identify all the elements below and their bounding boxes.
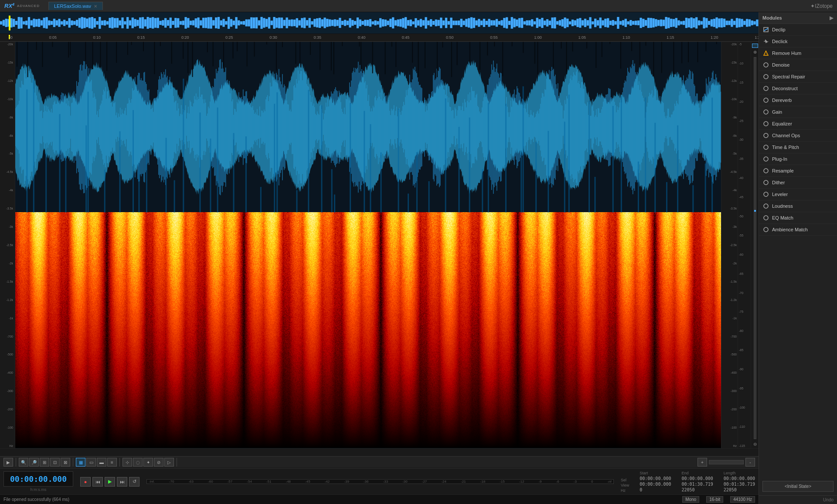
module-item-deconstruct[interactable]: Deconstruct <box>759 83 837 95</box>
level-label: -nf <box>607 480 611 484</box>
waveform-overview[interactable] <box>0 12 759 34</box>
left-db-label: -100 <box>0 426 14 429</box>
level-label: -15 <box>500 480 505 484</box>
prev-btn[interactable]: ⏮ <box>92 477 103 487</box>
module-icon-dereverb <box>762 97 769 104</box>
module-item-dither[interactable]: Dither <box>759 177 837 189</box>
module-item-denoise[interactable]: Denoise <box>759 59 837 71</box>
freq-label: -4.5k <box>722 170 737 173</box>
left-db-label: -12k <box>0 79 14 82</box>
sel-label: Sel <box>621 478 629 482</box>
module-item-loudness[interactable]: Loudness <box>759 200 837 212</box>
module-label-ambience-match: Ambience Match <box>772 227 808 232</box>
module-item-declick[interactable]: Declick <box>759 36 837 47</box>
toolbar-zoom-all-btn[interactable]: ⊠ <box>61 458 70 467</box>
toolbar-zoom-out-btn[interactable]: 🔎 <box>29 458 39 467</box>
toolbar-waveform-btn[interactable]: ▭ <box>86 458 96 467</box>
zoom-out-icon[interactable]: ⊖ <box>753 442 757 446</box>
toolbar-zoom-sel-btn[interactable]: ⊞ <box>40 458 49 467</box>
toolbar-scrub-btn[interactable]: ▷ <box>164 458 174 467</box>
start-column: Start 00:00:00.000 00:00:00.000 0 <box>640 471 671 493</box>
undo-label[interactable]: Undo <box>823 497 834 502</box>
module-icon-resample <box>762 167 769 174</box>
level-label: -18 <box>480 480 486 484</box>
sel-length-value: 00:00:00.000 <box>724 476 755 481</box>
ruler-mark-14: 1:10 <box>623 35 630 40</box>
module-item-eq-match[interactable]: EQ Match <box>759 212 837 224</box>
toolbar-waveform-spec-btn[interactable]: ▬ <box>97 458 106 467</box>
module-item-spectral-repair[interactable]: Spectral Repair <box>759 71 837 83</box>
db-right-label: -5 <box>739 43 750 46</box>
toolbar-brush-btn[interactable]: ⊘ <box>154 458 163 467</box>
svg-point-6 <box>764 86 768 91</box>
level-label: -30 <box>402 480 408 484</box>
zoom-track[interactable] <box>709 460 744 464</box>
izotope-logo: ✦IZotope <box>810 3 837 9</box>
file-tab[interactable]: LERSaxSolo.wav ✕ <box>48 2 103 10</box>
overview-waveform-canvas <box>0 12 759 34</box>
freq-label: -2.5k <box>722 244 737 247</box>
zoom-slider-track[interactable] <box>754 57 756 439</box>
logo-area: RX4 ADVANCED <box>0 2 44 9</box>
left-db-label: -9k <box>0 116 14 119</box>
module-item-leveler[interactable]: Leveler <box>759 189 837 200</box>
left-db-label: -10k <box>0 98 14 101</box>
module-label-deconstruct: Deconstruct <box>772 86 798 91</box>
record-btn[interactable]: ● <box>80 477 91 487</box>
freq-label: -1.2k <box>722 298 737 301</box>
toolbar-lasso-btn[interactable]: ◌ <box>133 458 143 467</box>
module-item-time-pitch[interactable]: Time & Pitch <box>759 142 837 153</box>
toolbar-zoom-fit-btn[interactable]: ⊡ <box>50 458 60 467</box>
toolbar-channel-btn[interactable]: ≡ <box>107 458 117 467</box>
module-label-declip: Declip <box>772 27 786 32</box>
left-db-label: -4.5k <box>0 170 14 173</box>
module-icon-equalizer <box>762 120 769 127</box>
freq-label: -100 <box>722 426 737 429</box>
zoom-out-btn[interactable]: - <box>745 458 755 467</box>
module-icon-spectral-repair <box>762 73 769 80</box>
tab-close-icon[interactable]: ✕ <box>94 4 97 9</box>
freq-label: -9k <box>722 116 737 119</box>
module-label-gain: Gain <box>772 109 782 115</box>
spectral-canvas <box>15 42 721 448</box>
module-item-dereverb[interactable]: Dereverb <box>759 95 837 106</box>
module-icon-declick <box>762 38 769 45</box>
toolbar-magic-btn[interactable]: ✦ <box>143 458 153 467</box>
toolbar-zoom-in-btn[interactable]: 🔍 <box>19 458 28 467</box>
play-btn[interactable]: ▶ <box>105 477 115 487</box>
freq-label: -300 <box>722 389 737 392</box>
initial-state-box[interactable]: <Initial State> <box>762 481 834 492</box>
zoom-in-icon[interactable]: ⊕ <box>753 50 757 54</box>
module-item-declip[interactable]: Declip <box>759 24 837 36</box>
zoom-slider-thumb[interactable] <box>754 210 756 212</box>
module-item-resample[interactable]: Resample <box>759 165 837 177</box>
spectral-canvas-wrapper[interactable] <box>15 42 721 448</box>
module-label-time-pitch: Time & Pitch <box>772 145 799 150</box>
module-item-remove-hum[interactable]: !Remove Hum <box>759 47 837 59</box>
ffwd-btn[interactable]: ⏭ <box>117 477 127 487</box>
modules-expand-btn[interactable]: ▶ <box>830 15 834 21</box>
module-item-ambience-match[interactable]: Ambience Match <box>759 224 837 236</box>
ruler-mark-1: 0:05 <box>49 35 57 40</box>
db-right-label: -30 <box>739 138 750 141</box>
loop-btn[interactable]: ↺ <box>129 477 140 487</box>
module-item-channel-ops[interactable]: Channel Ops <box>759 130 837 142</box>
module-item-plug-in[interactable]: Plug-In <box>759 153 837 165</box>
freq-label: -500 <box>722 353 737 356</box>
zoom-in-btn[interactable]: + <box>698 458 707 467</box>
toolbar-sel-btn[interactable]: ⊹ <box>122 458 132 467</box>
module-item-gain[interactable]: Gain <box>759 106 837 118</box>
left-db-label: -4k <box>0 189 14 192</box>
level-label: -60 <box>208 480 213 484</box>
module-label-remove-hum: Remove Hum <box>772 51 801 56</box>
toolbar-playhead-btn[interactable]: ▶ <box>3 458 13 467</box>
db-right-label: -35 <box>739 157 750 160</box>
left-db-label: Hz <box>0 444 14 447</box>
level-label: -63 <box>188 480 194 484</box>
toolbar-spectral-btn[interactable]: ▦ <box>76 458 85 467</box>
module-icon-plug-in <box>762 156 769 162</box>
db-right-label: -45 <box>739 196 750 199</box>
module-icon-gain <box>762 108 769 115</box>
zoom-indicator <box>752 44 758 48</box>
module-item-equalizer[interactable]: Equalizer <box>759 118 837 130</box>
